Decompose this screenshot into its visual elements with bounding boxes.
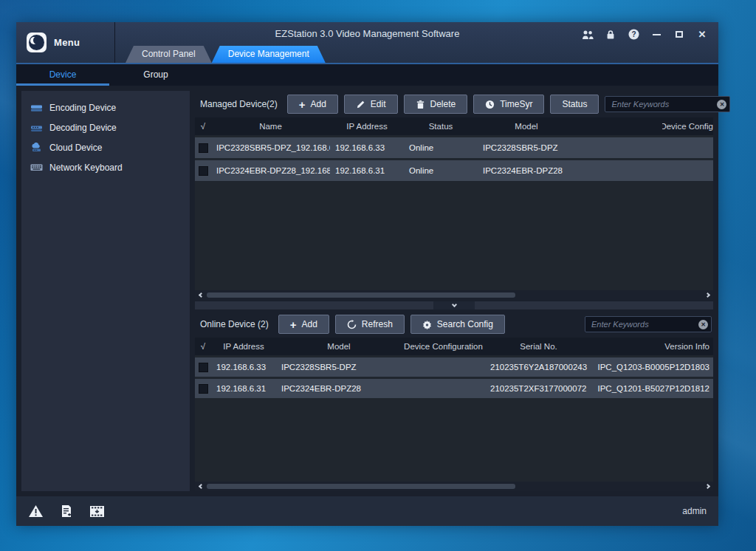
help-icon[interactable]: ? <box>628 29 639 40</box>
alarm-warning-icon[interactable] <box>28 504 44 518</box>
sidebar-item-cloud-device[interactable]: Cloud Device <box>21 137 190 157</box>
row-checkbox[interactable] <box>199 363 208 372</box>
managed-device-table: √ Name IP Address Status Model Device Co… <box>195 117 713 300</box>
add-device-button[interactable]: + Add <box>287 95 338 114</box>
plus-icon: + <box>290 319 297 330</box>
scroll-left-icon[interactable] <box>195 290 205 300</box>
managed-device-row[interactable]: IPC2328SBR5-DPZ_192.168.6.33 192.168.6.3… <box>195 137 713 158</box>
scroll-right-icon[interactable] <box>703 290 713 300</box>
clear-search-icon[interactable]: ✕ <box>717 100 726 109</box>
online-table-header: √ IP Address Model Device Configuration … <box>195 338 713 355</box>
encoding-device-icon <box>30 103 43 113</box>
column-version-info[interactable]: Version Info <box>592 342 713 351</box>
column-check[interactable]: √ <box>195 122 211 131</box>
main-panel: Managed Device(2) + Add Edit Delete <box>195 91 713 491</box>
row-checkbox[interactable] <box>199 166 208 176</box>
lock-icon[interactable] <box>605 29 616 40</box>
add-online-device-button[interactable]: + Add <box>278 315 329 334</box>
scroll-left-icon[interactable] <box>195 482 205 491</box>
menu-label: Menu <box>54 37 80 48</box>
status-button[interactable]: Status <box>550 95 599 114</box>
managed-table-header: √ Name IP Address Status Model Device Co… <box>195 117 713 135</box>
app-logo-icon <box>27 32 47 52</box>
managed-device-count: Managed Device(2) <box>200 99 278 109</box>
column-device-configuration[interactable]: Device Configuration <box>402 342 485 351</box>
column-model[interactable]: Model <box>478 122 575 131</box>
online-device-row[interactable]: 192.168.6.31 IPC2324EBR-DPZ28 210235T2XF… <box>195 379 713 398</box>
section-divider <box>195 301 713 309</box>
clear-search-icon[interactable]: ✕ <box>698 320 708 329</box>
logged-in-user[interactable]: admin <box>682 506 707 516</box>
window-controls: ? ✕ <box>582 29 708 40</box>
chevron-down-icon <box>451 302 456 307</box>
online-horizontal-scrollbar[interactable] <box>195 482 713 491</box>
subtab-bar: Device Group <box>16 64 718 86</box>
menu-button[interactable]: Menu <box>16 22 115 63</box>
decoding-device-icon <box>30 123 43 133</box>
cloud-device-icon <box>30 143 43 153</box>
subtab-device[interactable]: Device <box>16 64 109 86</box>
tab-control-panel[interactable]: Control Panel <box>126 46 212 63</box>
desktop-background: Menu EZStation 3.0 Video Management Soft… <box>0 0 756 551</box>
minimize-icon[interactable] <box>650 29 662 40</box>
scrollbar-thumb[interactable] <box>207 292 515 298</box>
operation-log-icon[interactable] <box>60 504 73 518</box>
clock-icon <box>485 100 495 109</box>
managed-device-row[interactable]: IPC2324EBR-DPZ28_192.168.6.31 192.168.6.… <box>195 160 713 181</box>
svg-text:?: ? <box>631 30 636 38</box>
column-name[interactable]: Name <box>211 122 330 131</box>
scroll-right-icon[interactable] <box>703 482 713 491</box>
column-check[interactable]: √ <box>195 342 211 351</box>
main-tabs: Control Panel Device Management <box>126 46 326 63</box>
gear-icon <box>422 320 432 329</box>
online-search-box: ✕ <box>585 316 712 332</box>
managed-search-box: ✕ <box>605 96 730 112</box>
device-type-sidebar: Encoding Device Decoding Device Cloud De… <box>21 91 190 491</box>
refresh-icon <box>347 320 357 329</box>
trash-icon <box>416 100 425 109</box>
plus-icon: + <box>299 99 306 110</box>
online-search-input[interactable] <box>591 320 698 329</box>
delete-device-button[interactable]: Delete <box>404 95 468 114</box>
column-ip-address[interactable]: IP Address <box>211 342 276 351</box>
online-device-count: Online Device (2) <box>200 319 269 329</box>
search-config-button[interactable]: Search Config <box>410 315 505 334</box>
pencil-icon <box>356 100 365 109</box>
collapse-button[interactable] <box>433 301 475 309</box>
online-device-table: √ IP Address Model Device Configuration … <box>195 338 713 491</box>
online-device-row[interactable]: 192.168.6.33 IPC2328SBR5-DPZ 210235T6Y2A… <box>195 357 713 377</box>
sidebar-item-decoding-device[interactable]: Decoding Device <box>21 117 190 137</box>
column-model[interactable]: Model <box>276 342 402 351</box>
column-device-config[interactable]: Device Config <box>575 122 713 131</box>
tab-device-management[interactable]: Device Management <box>212 46 326 63</box>
scrollbar-thumb[interactable] <box>207 484 515 489</box>
sidebar-item-network-keyboard[interactable]: Network Keyboard <box>21 157 190 177</box>
titlebar: Menu EZStation 3.0 Video Management Soft… <box>16 22 718 64</box>
managed-horizontal-scrollbar[interactable] <box>195 290 713 300</box>
edit-device-button[interactable]: Edit <box>344 95 398 114</box>
row-checkbox[interactable] <box>199 143 208 153</box>
managed-device-section: Managed Device(2) + Add Edit Delete <box>195 91 713 300</box>
close-icon[interactable]: ✕ <box>696 29 708 40</box>
column-status[interactable]: Status <box>404 122 478 131</box>
online-device-section: Online Device (2) + Add Refresh Search C… <box>195 311 713 491</box>
managed-search-input[interactable] <box>611 100 717 109</box>
row-checkbox[interactable] <box>199 384 208 394</box>
network-keyboard-icon <box>30 162 43 172</box>
recording-download-icon[interactable] <box>89 505 105 518</box>
time-sync-button[interactable]: TimeSyr <box>473 95 544 114</box>
sidebar-item-encoding-device[interactable]: Encoding Device <box>21 97 190 117</box>
content-area: Encoding Device Decoding Device Cloud De… <box>16 86 718 496</box>
statusbar: admin <box>16 496 718 526</box>
maximize-icon[interactable] <box>673 29 685 40</box>
column-serial-no[interactable]: Serial No. <box>485 342 592 351</box>
online-toolbar: Online Device (2) + Add Refresh Search C… <box>195 311 713 338</box>
column-ip-address[interactable]: IP Address <box>330 122 404 131</box>
managed-toolbar: Managed Device(2) + Add Edit Delete <box>195 91 713 117</box>
refresh-button[interactable]: Refresh <box>335 315 405 334</box>
subtab-group[interactable]: Group <box>109 64 202 86</box>
switch-user-icon[interactable] <box>582 29 594 40</box>
ezstation-window: Menu EZStation 3.0 Video Management Soft… <box>16 22 718 526</box>
